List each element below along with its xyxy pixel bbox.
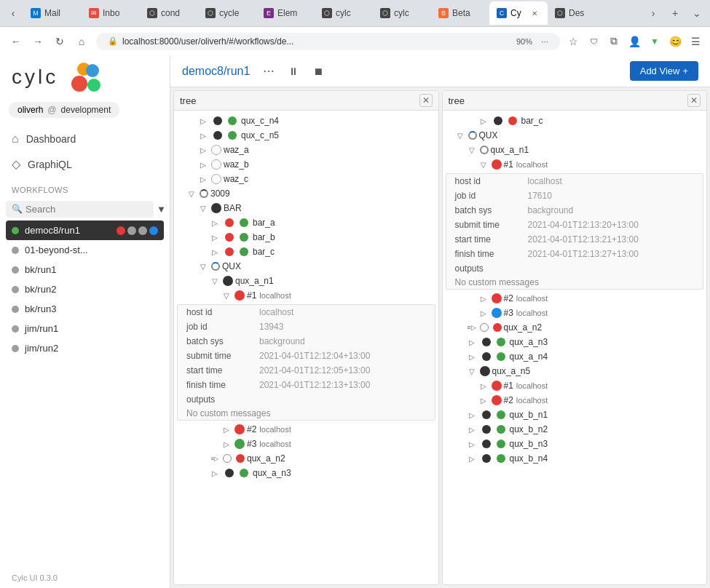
workflow-item-bk2[interactable]: bk/run2: [0, 279, 170, 299]
tree-item[interactable]: ▷ bar_b: [174, 230, 438, 245]
back-btn[interactable]: ←: [6, 31, 26, 52]
tree-item[interactable]: ≡▷ qux_a_n2: [443, 320, 707, 335]
bookmark-icon[interactable]: ☆: [564, 33, 582, 50]
tree-item[interactable]: ▽ #1 localhost: [443, 157, 707, 172]
tab-inbox[interactable]: ✉ Inbo: [82, 1, 140, 25]
tree-item[interactable]: ▷ waz_c: [174, 172, 438, 186]
info-outputs-message: No custom messages: [178, 407, 435, 420]
tree-item[interactable]: ▷ #2 localhost: [174, 422, 438, 437]
tab-cylc2[interactable]: ⬡ cylc: [315, 1, 373, 25]
sidebar-item-graphiql[interactable]: ◇ GraphiQL: [0, 151, 170, 177]
search-input-wrap[interactable]: 🔍: [6, 201, 154, 218]
account-icon[interactable]: 👤: [626, 33, 643, 50]
tree-item[interactable]: ▷ #3 localhost: [174, 437, 438, 451]
workflow-item-beyond[interactable]: 01-beyond-st...: [0, 240, 170, 260]
tree-item[interactable]: ▷ qux_c_n5: [174, 128, 438, 143]
more-options-icon[interactable]: ···: [541, 36, 548, 47]
tree-item[interactable]: ▷ qux_a_n3: [443, 335, 707, 349]
tree-item[interactable]: ▷ bar_c: [174, 245, 438, 259]
tree-label: qux_a_n1: [491, 145, 529, 155]
sidebar-item-dashboard[interactable]: ⌂ Dashboard: [0, 127, 170, 151]
forward-btn[interactable]: →: [28, 31, 48, 52]
menu-icon[interactable]: ☰: [687, 33, 704, 50]
graphiql-icon: ◇: [12, 157, 20, 171]
url-bar[interactable]: 🔒 localhost:8000/user/oliverh/#/workflow…: [96, 33, 560, 50]
tab-beta[interactable]: B Beta: [431, 1, 489, 25]
tree-item[interactable]: ▽ qux_a_n5: [443, 364, 707, 378]
tab-favicon-des: ⬡: [555, 8, 565, 18]
tree-item[interactable]: ▽ BAR: [174, 201, 438, 215]
tree-item[interactable]: ▷ bar_a: [174, 215, 438, 230]
tree-item[interactable]: ▷ waz_b: [174, 157, 438, 172]
tree-item[interactable]: ▽ qux_a_n1: [443, 143, 707, 157]
tree-item[interactable]: ▷ #3 localhost: [443, 306, 707, 320]
tab-close-btn[interactable]: ✕: [529, 7, 540, 19]
tree-item[interactable]: ▷ qux_b_n2: [443, 422, 707, 437]
more-tabs-btn[interactable]: ›: [643, 3, 663, 23]
tab-cycle[interactable]: ⬡ cycle: [198, 1, 256, 25]
prev-tabs-btn[interactable]: ‹: [3, 3, 23, 23]
tree-item[interactable]: ▷ #1 localhost: [443, 378, 707, 393]
tree-item[interactable]: ▷ #2 localhost: [443, 291, 707, 306]
sync-icon[interactable]: ▼: [646, 33, 663, 50]
info-value-hostid: localhost: [259, 307, 293, 317]
tree-item[interactable]: ▷ qux_b_n3: [443, 437, 707, 451]
new-tab-btn[interactable]: +: [665, 3, 685, 23]
tab-cylc3[interactable]: ⬡ cylc: [373, 1, 431, 25]
panel-close-right[interactable]: ✕: [687, 94, 701, 107]
workflow-item-jim2[interactable]: jim/run2: [0, 338, 170, 358]
status-dot-green: [497, 352, 505, 361]
extensions-icon[interactable]: ⧉: [605, 33, 623, 50]
workflow-item-bk1[interactable]: bk/run1: [0, 260, 170, 279]
tree-item[interactable]: ▽ QUX: [443, 128, 707, 143]
reload-btn[interactable]: ↻: [50, 31, 70, 52]
status-dot-empty: [223, 454, 232, 463]
tree-item[interactable]: ▷ qux_b_n1: [443, 408, 707, 422]
tree-item[interactable]: ▷ #2 localhost: [443, 393, 707, 408]
emoji-icon[interactable]: 😊: [666, 33, 684, 50]
shields-icon[interactable]: 🛡: [585, 33, 602, 50]
app-logo: cylc: [0, 55, 170, 99]
tab-des[interactable]: ⬡ Des: [548, 1, 606, 25]
search-input[interactable]: [25, 204, 148, 215]
user-badge[interactable]: oliverh @ development: [9, 102, 119, 118]
tree-item[interactable]: ▽ 3009: [174, 186, 438, 201]
status-dot-red: [492, 293, 502, 303]
add-view-plus-icon: +: [682, 65, 688, 76]
menu-dots-btn[interactable]: ⋯: [259, 61, 279, 82]
tree-toggle-icon: ▽: [209, 275, 221, 287]
tree-item[interactable]: ≡▷ qux_a_n2: [174, 451, 438, 466]
workflow-item-jim1[interactable]: jim/run1: [0, 319, 170, 338]
tab-elem[interactable]: E Elem: [256, 1, 315, 25]
panel-content-left[interactable]: ▷ qux_c_n4 ▷: [174, 111, 438, 584]
tab-conda[interactable]: ⬡ cond: [140, 1, 198, 25]
workflow-item-democ8[interactable]: democ8/run1: [6, 220, 164, 240]
tree-item[interactable]: ▷ qux_c_n4: [174, 114, 438, 128]
status-dot-dark: [482, 410, 491, 419]
info-row-finishtime: finish time 2021-04-01T12:12:13+13:00: [178, 378, 435, 392]
filter-icon[interactable]: ▼: [157, 200, 166, 218]
tab-menu-btn[interactable]: ⌄: [687, 3, 707, 23]
info-row-starttime: start time 2021-04-01T12:12:05+13:00: [178, 363, 435, 378]
tree-item[interactable]: ▷ qux_b_n4: [443, 451, 707, 466]
tab-cylc-active[interactable]: C Cy ✕: [489, 1, 548, 25]
tree-item[interactable]: ▷ qux_a_n4: [443, 349, 707, 364]
workflow-label: bk/run3: [25, 303, 56, 314]
tab-label-cycle: cycle: [219, 8, 239, 18]
panel-close-left[interactable]: ✕: [419, 94, 433, 107]
tree-item[interactable]: ▷ bar_c: [443, 114, 707, 128]
tab-mail[interactable]: M Mail: [23, 1, 82, 25]
tree-item[interactable]: ▽ qux_a_n1: [174, 274, 438, 288]
stop-btn[interactable]: ⏹: [308, 61, 328, 82]
tree-label: #2: [247, 424, 256, 434]
workflow-item-bk3[interactable]: bk/run3: [0, 299, 170, 319]
tree-item[interactable]: ▷ qux_a_n3: [174, 466, 438, 480]
add-view-button[interactable]: Add View +: [630, 61, 698, 81]
tree-item[interactable]: ▷ waz_a: [174, 143, 438, 157]
home-btn[interactable]: ⌂: [71, 31, 92, 52]
tree-item[interactable]: ▽ QUX: [174, 259, 438, 274]
pause-btn[interactable]: ⏸: [283, 61, 304, 82]
tree-item[interactable]: ▽ #1 localhost: [174, 288, 438, 303]
workflow-status-dot: [12, 325, 19, 333]
panel-content-right[interactable]: ▷ bar_c ▽ QUX: [443, 111, 707, 584]
